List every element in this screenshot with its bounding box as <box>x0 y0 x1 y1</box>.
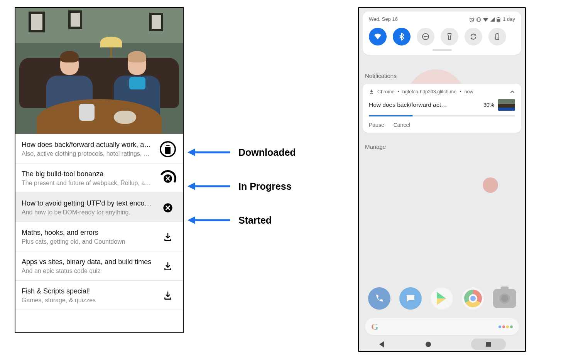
episode-row[interactable]: Maths, hooks, and errorsPlus cats, getti… <box>15 222 183 251</box>
status-battery-text: 1 day <box>503 16 515 22</box>
battery-icon <box>497 17 500 22</box>
system-navigation-bar <box>359 337 525 351</box>
episode-subtitle: Also, active clothing protocols, hotel r… <box>22 150 153 157</box>
episode-action[interactable] <box>159 141 177 157</box>
camera-app-icon[interactable] <box>493 289 516 308</box>
download-icon <box>369 89 374 94</box>
episode-action[interactable] <box>159 171 177 186</box>
signal-icon <box>490 17 495 22</box>
manage-notifications-button[interactable]: Manage <box>363 140 521 155</box>
notification-progress-bar <box>369 115 515 116</box>
delete-download-icon[interactable] <box>160 141 176 157</box>
svg-rect-9 <box>478 18 480 22</box>
arrow-icon <box>188 214 230 227</box>
annotation-label: Started <box>238 215 272 226</box>
svg-marker-5 <box>188 182 195 190</box>
home-dock <box>359 281 525 316</box>
episode-title: The big build-tool bonanza <box>22 170 153 178</box>
download-icon[interactable] <box>163 261 173 271</box>
cancel-download-icon[interactable] <box>162 202 173 213</box>
episode-title: How to avoid getting UTF'd by text encod… <box>22 199 153 207</box>
episode-list: How does back/forward actually work, an…… <box>15 134 183 310</box>
notifications-heading: Notifications <box>363 69 521 84</box>
episode-hero-image <box>15 8 183 134</box>
episode-subtitle: And how to be DOM-ready for anything. <box>22 209 153 216</box>
svg-rect-16 <box>497 33 498 34</box>
notification-time: now <box>465 89 473 94</box>
qs-wifi-toggle[interactable] <box>369 28 387 46</box>
nav-back-button[interactable] <box>378 340 386 348</box>
download-progress-icon[interactable] <box>161 171 175 186</box>
notification-app-name: Chrome <box>377 89 394 94</box>
status-bar: Wed, Sep 16 1 day <box>369 16 515 22</box>
svg-rect-11 <box>498 17 499 18</box>
notification-shade: Notifications Chrome • bgfetch-http203.g… <box>363 69 521 155</box>
episode-row[interactable]: Apps vs sites, binary data, and build ti… <box>15 251 183 281</box>
qs-autorotate-toggle[interactable] <box>465 28 482 46</box>
alarm-icon <box>469 17 475 22</box>
episode-row[interactable]: How does back/forward actually work, an…… <box>15 134 183 163</box>
svg-point-17 <box>426 342 431 347</box>
play-store-app-icon[interactable] <box>431 287 453 310</box>
arrow-icon <box>188 146 230 159</box>
notification-cancel-button[interactable]: Cancel <box>394 122 411 128</box>
battery-saver-icon <box>493 32 502 41</box>
annotation-started: Started <box>188 214 272 227</box>
svg-marker-3 <box>188 148 195 156</box>
notification-source: bgfetch-http203.glitch.me <box>402 89 456 94</box>
qs-bluetooth-toggle[interactable] <box>393 28 411 46</box>
status-icons: 1 day <box>469 16 515 22</box>
status-date: Wed, Sep 16 <box>369 16 398 22</box>
chevron-up-icon[interactable] <box>510 89 515 94</box>
quick-settings-panel: Wed, Sep 16 1 day <box>363 12 521 55</box>
vibrate-icon <box>476 17 482 22</box>
podcast-app-screen: How does back/forward actually work, an…… <box>15 7 184 333</box>
qs-battery-saver-toggle[interactable] <box>488 28 506 46</box>
episode-action[interactable] <box>159 202 177 213</box>
episode-row[interactable]: Fish & Scripts special!Games, storage, &… <box>15 281 183 310</box>
episode-action[interactable] <box>159 291 177 301</box>
notification-pause-button[interactable]: Pause <box>369 122 384 128</box>
annotation-downloaded: Downloaded <box>188 146 296 159</box>
download-icon[interactable] <box>163 291 173 301</box>
panel-drag-handle[interactable] <box>433 49 452 51</box>
episode-row[interactable]: How to avoid getting UTF'd by text encod… <box>15 193 183 222</box>
episode-title: Fish & Scripts special! <box>22 287 96 295</box>
messages-app-icon[interactable] <box>399 287 422 310</box>
assistant-icon[interactable] <box>498 325 513 328</box>
annotation-label: Downloaded <box>238 147 296 158</box>
episode-subtitle: And an epic status code quiz <box>22 268 151 275</box>
episode-row[interactable]: The big build-tool bonanzaThe present an… <box>15 163 183 193</box>
notification-thumbnail: HTTP 203 <box>498 99 515 111</box>
episode-title: Maths, hooks, and errors <box>22 229 125 237</box>
episode-action[interactable] <box>159 232 177 242</box>
nav-home-button[interactable] <box>424 340 432 348</box>
svg-rect-12 <box>497 19 500 22</box>
quick-settings-toggles <box>369 28 515 46</box>
phone-app-icon[interactable] <box>368 287 390 310</box>
episode-title: Apps vs sites, binary data, and build ti… <box>22 258 151 266</box>
annotation-label: In Progress <box>238 181 292 192</box>
google-logo-icon: G <box>371 322 378 332</box>
episode-subtitle: Games, storage, & quizzes <box>22 297 96 304</box>
chrome-app-icon[interactable] <box>462 287 484 310</box>
bluetooth-icon <box>397 32 406 41</box>
nav-recents-button[interactable] <box>471 339 506 350</box>
wifi-icon <box>483 17 488 22</box>
download-notification[interactable]: Chrome • bgfetch-http203.glitch.me • now… <box>363 84 521 133</box>
svg-marker-7 <box>188 216 195 224</box>
android-phone-screen: Wed, Sep 16 1 day Notifications Chrome •… <box>358 7 526 352</box>
wifi-icon <box>373 32 382 41</box>
episode-action[interactable] <box>159 261 177 271</box>
download-icon[interactable] <box>163 232 173 242</box>
episode-title: How does back/forward actually work, an… <box>22 141 153 149</box>
notification-title: How does back/forward act… <box>369 101 480 108</box>
dnd-icon <box>421 32 430 41</box>
qs-dnd-toggle[interactable] <box>417 28 434 46</box>
notification-header: Chrome • bgfetch-http203.glitch.me • now <box>369 89 515 94</box>
qs-flashlight-toggle[interactable] <box>441 28 458 46</box>
episode-subtitle: The present and future of webpack, Rollu… <box>22 180 153 187</box>
annotation-in-progress: In Progress <box>188 180 292 193</box>
arrow-icon <box>188 180 230 193</box>
google-search-bar[interactable]: G <box>365 318 519 335</box>
